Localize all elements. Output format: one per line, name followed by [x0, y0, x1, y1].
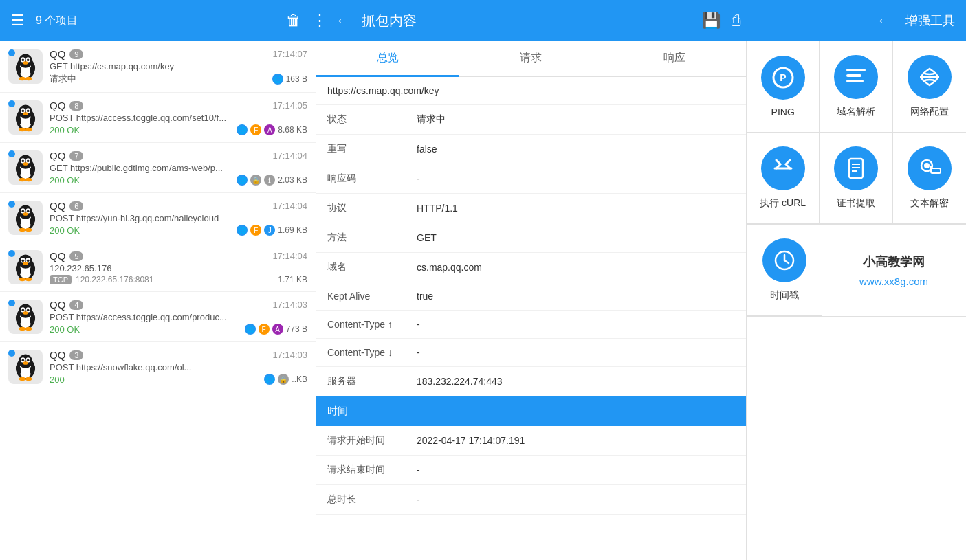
svg-point-91: [22, 359, 23, 361]
packet-meta: 🌐 163 B: [272, 74, 307, 85]
svg-point-55: [25, 228, 32, 232]
right-panel: 总览 请求 响应 https://cs.map.qq.com/key 状态 请求…: [316, 41, 966, 560]
tool-grid: P PING 域名解析 网络配置: [747, 41, 966, 225]
decrypt-icon: [908, 146, 952, 190]
list-item[interactable]: QQ 8 17:14:05 POST https://access.toggle…: [0, 93, 316, 143]
list-item[interactable]: QQ 4 17:14:03 POST https://access.toggle…: [0, 292, 316, 342]
list-item[interactable]: QQ 9 17:14:07 GET https://cs.map.qq.com/…: [0, 41, 316, 93]
tab-response[interactable]: 响应: [603, 41, 746, 77]
badge: 3: [69, 350, 83, 360]
avatar: [8, 201, 43, 235]
value-domain: cs.map.qq.com: [417, 262, 735, 273]
tcp-address: 120.232.65.176:8081: [76, 275, 153, 284]
back-icon[interactable]: ←: [336, 12, 351, 30]
app-name: QQ: [50, 200, 65, 212]
svg-point-16: [19, 105, 32, 119]
globe-icon: 🌐: [237, 225, 248, 236]
svg-point-54: [19, 228, 25, 232]
delete-icon[interactable]: 🗑: [286, 12, 301, 30]
detail-row-protocol: 协议 HTTP/1.1: [316, 194, 746, 223]
detail-row-response-code: 响应码 -: [316, 164, 746, 194]
curl-label: 执行 cURL: [760, 197, 806, 210]
size: ..KB: [292, 374, 307, 384]
back-icon-2[interactable]: ←: [877, 12, 892, 30]
share-icon[interactable]: ⎙: [732, 12, 740, 30]
f-icon: F: [250, 225, 261, 236]
avatar: [8, 300, 43, 334]
f-icon: F: [259, 324, 270, 335]
tab-overview[interactable]: 总览: [316, 41, 459, 77]
dns-label: 域名解析: [837, 106, 875, 118]
tool-decrypt[interactable]: 文本解密: [893, 133, 966, 224]
svg-point-63: [22, 260, 23, 261]
svg-point-26: [19, 128, 25, 132]
tool-ping[interactable]: P PING: [747, 41, 820, 133]
svg-point-97: [25, 377, 32, 381]
lock-icon: 🔒: [250, 175, 261, 186]
packet-meta: 🌐 🔒 ..KB: [264, 374, 307, 385]
menu-icon[interactable]: ☰: [11, 12, 25, 30]
timestamp-label: 时间戳: [770, 289, 799, 302]
svg-point-2: [19, 54, 32, 68]
svg-point-64: [28, 260, 29, 261]
svg-point-21: [22, 110, 23, 111]
packet-url: POST https://yun-hl.3g.qq.com/halleyclou…: [50, 213, 307, 223]
tab-request[interactable]: 请求: [459, 41, 602, 77]
svg-point-49: [22, 210, 23, 212]
value-rewrite: false: [417, 144, 735, 155]
top-bar-right: ← 增强工具: [749, 12, 955, 30]
detail-row-server: 服务器 183.232.224.74:443: [316, 367, 746, 396]
network-config-icon: [908, 55, 952, 99]
svg-rect-100: [846, 69, 866, 71]
list-item[interactable]: QQ 3 17:14:03 POST https://snowflake.qq.…: [0, 342, 316, 392]
packet-time: 17:14:05: [272, 100, 307, 111]
detail-row-content-type-up: Content-Type ↑ -: [316, 311, 746, 339]
list-item[interactable]: QQ 6 17:14:04 POST https://yun-hl.3g.qq.…: [0, 193, 316, 243]
packet-info: QQ 9 17:14:07 GET https://cs.map.qq.com/…: [50, 48, 307, 85]
status: 请求中: [50, 73, 76, 85]
label-rewrite: 重写: [327, 143, 417, 155]
more-icon[interactable]: ⋮: [312, 12, 327, 30]
packet-time: 17:14:04: [272, 201, 307, 211]
detail-row-method: 方法 GET: [316, 223, 746, 253]
a-icon: A: [264, 124, 275, 135]
timestamp-icon: [762, 238, 806, 282]
detail-url: https://cs.map.qq.com/key: [316, 77, 746, 105]
avatar: [8, 250, 43, 284]
badge: 7: [69, 151, 83, 161]
value-response-code: -: [417, 173, 735, 184]
svg-point-69: [25, 278, 32, 282]
svg-point-58: [19, 255, 32, 269]
detail-row-start-time: 请求开始时间 2022-04-17 17:14:07.191: [316, 426, 746, 456]
svg-point-72: [19, 304, 32, 318]
app-name: QQ: [50, 250, 65, 262]
label-start-time: 请求开始时间: [327, 434, 417, 447]
avatar: [8, 100, 43, 135]
label-protocol: 协议: [327, 202, 417, 214]
svg-point-51: [23, 212, 28, 216]
list-item[interactable]: QQ 7 17:14:04 GET https://public.gdtimg.…: [0, 143, 316, 193]
j-icon: J: [264, 225, 275, 236]
svg-rect-101: [846, 74, 861, 77]
tool-dns[interactable]: 域名解析: [820, 41, 892, 133]
cert-icon: [834, 146, 878, 190]
packet-url: GET https://public.gdtimg.com/ams-web/p.…: [50, 163, 307, 173]
value-start-time: 2022-04-17 17:14:07.191: [417, 435, 735, 446]
tool-curl[interactable]: 执行 cURL: [747, 133, 820, 224]
dns-icon: [834, 55, 878, 99]
svg-point-96: [19, 377, 25, 381]
app-name: QQ: [50, 299, 65, 311]
label-domain: 域名: [327, 261, 417, 273]
label-content-type-up: Content-Type ↑: [327, 319, 417, 330]
tool-cert[interactable]: 证书提取: [820, 133, 892, 224]
badge: 4: [69, 300, 83, 310]
packet-info: QQ 8 17:14:05 POST https://access.toggle…: [50, 100, 307, 135]
save-icon[interactable]: 💾: [702, 12, 721, 30]
tool-timestamp[interactable]: 时间戳: [747, 225, 822, 316]
tool-network-config[interactable]: 网络配置: [893, 41, 966, 133]
list-item[interactable]: QQ 5 17:14:04 120.232.65.176 TCP 120.232…: [0, 243, 316, 292]
value-method: GET: [417, 232, 735, 243]
label-server: 服务器: [327, 375, 417, 388]
value-server: 183.232.224.74:443: [417, 376, 735, 387]
packet-time: 17:14:04: [272, 251, 307, 261]
